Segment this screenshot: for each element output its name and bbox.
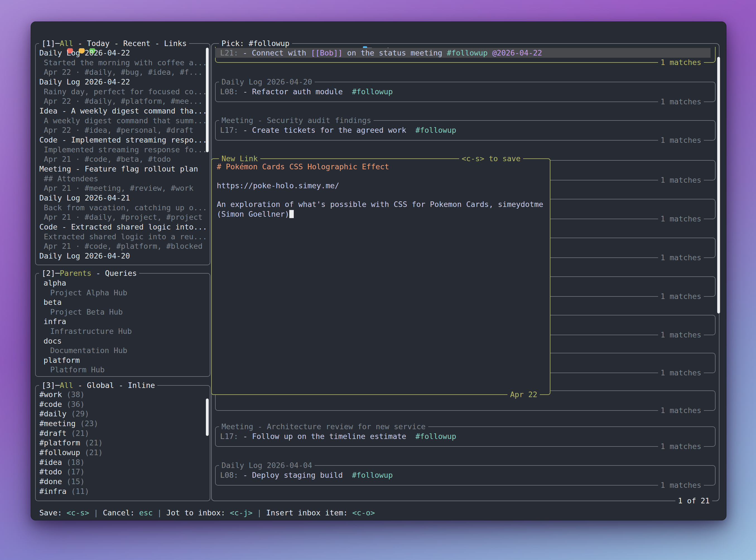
date-ref (488, 48, 492, 57)
panel1-tab-all[interactable]: All (60, 39, 73, 48)
note-meta[interactable]: Apr 22 · #daily, #platform, #mee... (44, 96, 202, 106)
followup-tag[interactable]: #followup (352, 471, 393, 479)
result-panel[interactable]: Meeting - Security audit findings L17:- … (215, 120, 716, 141)
tag-count (62, 390, 66, 399)
note-snippet[interactable]: A weekly digest command that summ... (44, 116, 207, 125)
tag-name: #done (39, 477, 62, 486)
note-meta[interactable]: Apr 21 · #code, #beta, #todo (44, 154, 171, 164)
link-description-line1[interactable]: An exploration of what's possible with C… (217, 199, 543, 209)
result-line[interactable]: L17:- Follow up on the timeline estimate… (216, 432, 456, 441)
note-snippet[interactable]: Back from vacation, catching up o... (44, 203, 207, 213)
parent-item[interactable]: platform (43, 355, 80, 365)
match-text: - Connect with (243, 48, 311, 57)
match-count: 1 matches (658, 253, 704, 262)
note-meta[interactable]: Apr 22 · #daily, #bug, #idea, #f... (44, 67, 202, 77)
tag-name: #infra (39, 487, 67, 496)
result-line[interactable]: L17:- Create tickets for the agreed work… (216, 125, 456, 135)
result-title: Daily Log 2026-04-04 (219, 460, 315, 470)
followup-tag[interactable]: #followup (447, 48, 488, 57)
match-count: 1 matches (658, 175, 704, 185)
hub-item[interactable]: Project Alpha Hub (50, 288, 127, 298)
date-ref[interactable]: @2026-04-22 (492, 48, 542, 57)
note-snippet[interactable]: Started the morning with coffee a... (44, 58, 207, 67)
result-panel[interactable]: Daily Log 2026-04-20 L08:- Refactor auth… (215, 82, 716, 102)
tags-panel-scrollbar[interactable] (206, 399, 209, 436)
note-meta[interactable]: Apr 21 · #meeting, #review, #work (44, 183, 193, 193)
link-url-input[interactable]: https://poke-holo.simey.me/ (217, 181, 339, 191)
note-title[interactable]: Idea - A weekly digest command tha... (39, 106, 207, 116)
status-save-key: <c-s> (67, 508, 89, 517)
panel3-tabs[interactable]: - Global - Inline (73, 381, 155, 389)
match-count: 1 matches (658, 441, 704, 451)
note-snippet[interactable]: Extracted shared logic into a reu... (44, 232, 207, 241)
hub-item[interactable]: Platform Hub (50, 365, 105, 375)
result-panel[interactable]: Daily Log 2026-04-04 L08:- Deploy stagin… (215, 465, 716, 485)
note-title[interactable]: Daily Log 2026-04-22 (39, 48, 130, 58)
tag-count: (21) (71, 429, 89, 438)
followup-tag[interactable]: #followup (415, 126, 456, 135)
tag-item[interactable]: #done (15) (39, 477, 85, 486)
note-snippet[interactable]: ## Attendees (44, 174, 98, 183)
note-title[interactable]: Code - Extracted shared logic into... (39, 222, 207, 232)
tag-count: (21) (85, 448, 103, 457)
note-snippet[interactable]: Implemented streaming response fo... (44, 145, 207, 155)
match-count: 1 matches (658, 480, 704, 490)
note-meta[interactable]: Apr 21 · #code, #platform, #blocked (44, 241, 202, 251)
tag-item[interactable]: #idea (18) (39, 457, 85, 467)
note-meta[interactable]: Apr 21 · #daily, #project, #project (44, 212, 202, 222)
tag-name: #draft (39, 429, 67, 438)
tag-item[interactable]: #followup (21) (39, 447, 103, 457)
match-text: on the status meeting (342, 48, 447, 57)
note-title[interactable]: Code - Implemented streaming respo... (39, 135, 207, 145)
tag-name: #followup (39, 448, 80, 457)
note-title[interactable]: Daily Log 2026-04-22 (39, 77, 130, 87)
parents-panel: [2]─Parents - Queries alpha Project Alph… (35, 273, 210, 377)
parent-item[interactable]: infra (43, 317, 66, 326)
parent-item[interactable]: alpha (43, 278, 66, 288)
followup-tag[interactable]: #followup (415, 432, 456, 441)
tag-item[interactable]: #todo (17) (39, 467, 85, 477)
tag-name: #daily (39, 409, 67, 418)
tag-count: (17) (67, 467, 85, 476)
note-title[interactable]: Daily Log 2026-04-21 (39, 193, 130, 203)
link-heading-input[interactable]: # Pokémon Cards CSS Holographic Effect (217, 162, 389, 172)
tag-item[interactable]: #daily (29) (39, 409, 89, 419)
result-panel[interactable]: Meeting - Architecture review for new se… (215, 426, 716, 447)
note-title[interactable]: Daily Log 2026-04-20 (39, 251, 130, 261)
note-meta[interactable]: Apr 22 · #idea, #personal, #draft (44, 125, 193, 135)
tag-count: (36) (67, 400, 85, 408)
link-description-line2[interactable]: (Simon Goellner) (217, 209, 294, 219)
tag-item[interactable]: #platform (21) (39, 438, 103, 447)
panel3-number: [3] (42, 381, 55, 389)
hub-item[interactable]: Project Beta Hub (50, 307, 123, 317)
status-cancel-key: esc (139, 508, 153, 517)
result-title: Meeting - Architecture review for new se… (219, 422, 428, 432)
tag-item[interactable]: #work (38) (39, 389, 85, 399)
result-line[interactable]: L08:- Deploy staging build#followup (216, 470, 393, 480)
parent-item[interactable]: beta (43, 297, 62, 307)
note-snippet[interactable]: Rainy day, perfect for focused co... (44, 87, 207, 97)
panel3-tab-all[interactable]: All (60, 381, 73, 389)
app-window: Ruin [1]─All - Today - Recent - Links Da… (31, 21, 727, 520)
panel1-tabs[interactable]: - Today - Recent - Links (73, 39, 187, 48)
hub-item[interactable]: Infrastructure Hub (50, 326, 132, 336)
panel2-tabs[interactable]: - Queries (92, 269, 137, 278)
hub-item[interactable]: Documentation Hub (50, 345, 127, 355)
tag-item[interactable]: #code (36) (39, 399, 85, 409)
tag-item[interactable]: #infra (11) (39, 486, 89, 496)
selected-match-row[interactable]: L21: - Connect with [[Bob]] on the statu… (215, 48, 711, 58)
wiki-link[interactable]: [[Bob]] (311, 48, 342, 57)
result-text: - Follow up on the timeline estimate (243, 432, 406, 441)
notes-panel: [1]─All - Today - Recent - Links Daily L… (35, 43, 210, 265)
tag-item[interactable]: #meeting (23) (39, 419, 98, 428)
note-title[interactable]: Meeting - Feature flag rollout plan (39, 164, 198, 174)
panel2-tab-parents[interactable]: Parents (60, 269, 92, 278)
notes-panel-scrollbar[interactable] (206, 48, 209, 152)
tag-item[interactable]: #draft (21) (39, 428, 89, 438)
results-scrollbar[interactable] (717, 57, 720, 314)
description-text: (Simon Goellner) (217, 210, 289, 218)
parent-item[interactable]: docs (43, 336, 62, 346)
result-line[interactable]: L08:- Refactor auth module#followup (216, 87, 393, 97)
tag-name: #code (39, 400, 62, 408)
followup-tag[interactable]: #followup (352, 87, 393, 96)
